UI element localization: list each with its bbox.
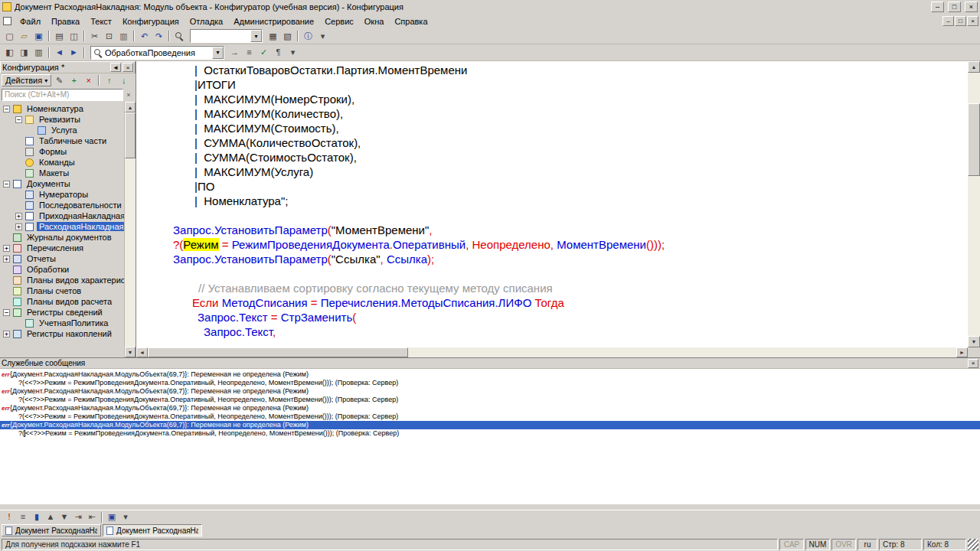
collapse-icon[interactable]: −	[3, 181, 10, 187]
expand-icon[interactable]: +	[3, 331, 10, 337]
navigate-back-button[interactable]: ◄	[52, 46, 67, 60]
tree-scrollbar-track[interactable]	[125, 158, 136, 347]
mdi-restore-button[interactable]: □	[955, 16, 966, 26]
message-row-detail[interactable]: ?(<<?>>Режим = РежимПроведенияДокумента.…	[0, 379, 980, 387]
expand-icon[interactable]: +	[15, 223, 22, 230]
procedure-combo-dropdown-icon[interactable]: ▾	[212, 47, 224, 59]
message-row-detail[interactable]: ?(<<?>>Режим = РежимПроведенияДокумента.…	[0, 396, 980, 404]
menu-item[interactable]: Файл	[15, 15, 46, 28]
syntax-check-button[interactable]: ✓	[256, 46, 271, 60]
tree-item-plany-vidov-harakteristik[interactable]: Планы видов характеристик	[0, 275, 124, 285]
tree-item-tablichnye-chasti[interactable]: Табличные части	[0, 135, 124, 146]
tree-search-input[interactable]: Поиск (Ctrl+Alt+М)	[2, 89, 123, 101]
menu-item[interactable]: Текст	[85, 15, 117, 28]
tree-scroll-up-icon[interactable]: ▲	[125, 102, 136, 112]
editor-hscrollbar-track[interactable]	[408, 347, 956, 357]
tree-item-dokumenty[interactable]: −Документы	[0, 178, 124, 189]
bottom-toolbar-options-button[interactable]: ▾	[119, 511, 132, 523]
tree-scrollbar[interactable]: ▲ ▼	[124, 102, 136, 357]
tree-item-makety[interactable]: Макеты	[0, 168, 124, 178]
quick-combo[interactable]: ▾	[190, 29, 263, 43]
move-up-button[interactable]: ↑	[102, 73, 116, 87]
message-row-error[interactable]: err{Документ.РасходнаяНакладная.МодульОб…	[0, 370, 980, 379]
menu-item[interactable]: Правка	[46, 15, 85, 28]
print-preview-button[interactable]: ◫	[67, 29, 81, 43]
tree-item-nomenklatura[interactable]: −Номенклатура	[0, 103, 124, 114]
open-file-button[interactable]: ▱	[17, 29, 31, 43]
collapse-icon[interactable]: −	[15, 116, 22, 123]
move-down-button[interactable]: ↓	[116, 73, 131, 87]
find-button[interactable]	[172, 29, 187, 43]
message-row-error[interactable]: err{Документ.РасходнаяНакладная.МодульОб…	[0, 387, 980, 396]
decrease-indent-button[interactable]: ⇤	[85, 511, 99, 523]
tree-item-obrabotki[interactable]: Обработки	[0, 264, 124, 275]
panel-pin-button[interactable]: ◄	[110, 63, 121, 72]
resize-grip[interactable]	[968, 539, 978, 550]
mdi-minimize-button[interactable]: –	[942, 16, 954, 26]
edit-object-button[interactable]: ✎	[52, 73, 67, 87]
panel-splitter[interactable]	[0, 504, 980, 510]
tree-item-posledovatelnosti[interactable]: Последовательности	[0, 200, 124, 210]
toolbar-options-button[interactable]: ▾	[315, 29, 330, 43]
cut-button[interactable]: ✂	[87, 29, 102, 43]
increase-indent-button[interactable]: ⇥	[71, 511, 85, 523]
menu-item[interactable]: Справка	[389, 15, 433, 28]
procedures-functions-button[interactable]: ≡	[16, 511, 30, 523]
undo-button[interactable]: ↶	[137, 29, 152, 43]
procedure-combo[interactable]: ОбработкаПроведения ▾	[90, 46, 224, 60]
quick-combo-dropdown-icon[interactable]: ▾	[250, 30, 262, 42]
tree-item-registry-svedeniy[interactable]: −Регистры сведений	[0, 307, 124, 318]
close-button[interactable]: ×	[965, 2, 978, 12]
expand-icon[interactable]: +	[3, 256, 10, 262]
go-to-line-button[interactable]: →	[227, 46, 242, 60]
calendar-button[interactable]: ▧	[280, 29, 295, 43]
expand-icon[interactable]: +	[3, 245, 10, 252]
collapse-icon[interactable]: −	[3, 309, 10, 316]
message-row-detail[interactable]: ?(<<?>>Режим = РежимПроведенияДокумента.…	[0, 412, 980, 421]
menu-item[interactable]: Конфигурация	[117, 15, 185, 28]
editor-scroll-down-icon[interactable]: ▼	[968, 336, 980, 347]
tree-item-zhurnaly-dokumentov[interactable]: Журналы документов	[0, 232, 124, 243]
mdi-close-button[interactable]: ×	[967, 16, 978, 26]
tree-item-prihodnaya-nakladnaya[interactable]: +ПриходнаяНакладная	[0, 210, 124, 221]
format-block-button[interactable]: ¶	[271, 46, 286, 60]
toggle-properties-window-button[interactable]: ◨	[17, 46, 31, 60]
editor-scroll-right-icon[interactable]: ►	[956, 347, 968, 357]
tree-item-otchety[interactable]: +Отчеты	[0, 253, 124, 264]
paste-button[interactable]: ▥	[116, 29, 131, 43]
next-error-button[interactable]: !	[2, 511, 16, 523]
tree-scrollbar-thumb[interactable]	[125, 112, 136, 158]
editor-horizontal-scrollbar[interactable]: ◄ ►	[136, 347, 968, 357]
menu-item[interactable]: Администрирование	[228, 15, 319, 28]
editor-hscrollbar-thumb[interactable]	[148, 347, 408, 357]
previous-bookmark-button[interactable]: ▲	[44, 511, 57, 523]
tree-scroll-down-icon[interactable]: ▼	[125, 347, 136, 357]
tree-item-komandy[interactable]: Команды	[0, 157, 124, 168]
new-document-button[interactable]: ▢	[2, 29, 17, 43]
tree-item-rekvizity[interactable]: −Реквизиты	[0, 114, 124, 125]
message-row-error[interactable]: err{Документ.РасходнаяНакладная.МодульОб…	[0, 404, 980, 412]
actions-menu-button[interactable]: Действия ▾	[2, 74, 51, 86]
toggle-bookmark-button[interactable]: ▮	[30, 511, 44, 523]
module-toolbar-options-button[interactable]: ▾	[286, 46, 300, 60]
messages-close-button[interactable]: ×	[968, 359, 978, 368]
expand-icon[interactable]: +	[15, 213, 22, 220]
code-lines[interactable]: | ОстаткиТоваровОстатки.Партия.МоментВре…	[136, 61, 968, 347]
redo-button[interactable]: ↷	[152, 29, 166, 43]
editor-scroll-up-icon[interactable]: ▲	[968, 61, 980, 73]
copy-button[interactable]: ⊡	[102, 29, 116, 43]
message-row-detail[interactable]: ?(<<?>>Режим = РежимПроведенияДокумента.…	[0, 429, 980, 438]
editor-vertical-scrollbar[interactable]: ▲ ▼	[968, 61, 980, 347]
menu-item[interactable]: Сервис	[319, 15, 359, 28]
save-button[interactable]: ▣	[31, 29, 46, 43]
editor-scroll-left-icon[interactable]: ◄	[136, 347, 148, 357]
procedures-list-button[interactable]: ≡	[242, 46, 256, 60]
menu-item[interactable]: Отладка	[185, 15, 228, 28]
help-info-button[interactable]: ⓘ	[301, 29, 315, 43]
window-tab[interactable]: Документ РасходнаяНакла...	[2, 524, 101, 536]
tree-item-usluga[interactable]: Услуга	[0, 125, 124, 135]
maximize-button[interactable]: □	[948, 2, 961, 12]
tree-item-numeratory[interactable]: Нумераторы	[0, 189, 124, 200]
tree-search-clear-icon[interactable]: ×	[123, 90, 134, 100]
tree-item-formy[interactable]: Формы	[0, 146, 124, 157]
